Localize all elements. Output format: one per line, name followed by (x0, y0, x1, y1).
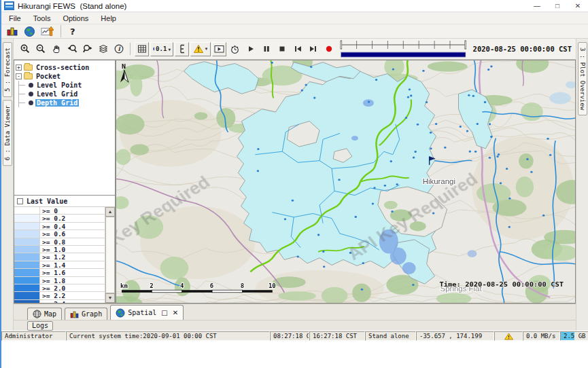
legend-label: >= 0.8 (40, 238, 105, 245)
tree-item-label-selected[interactable]: Depth Grid (35, 99, 79, 107)
status-user: Administrator (1, 331, 66, 341)
scale-button[interactable] (175, 42, 189, 56)
legend-row[interactable]: >= 1.0 (14, 246, 105, 253)
legend-row[interactable]: >= 1.6 (14, 269, 105, 276)
time-slider[interactable] (340, 39, 467, 58)
pan-button[interactable] (49, 42, 63, 56)
legend-label: >= 1.6 (40, 269, 105, 276)
panel-close-icon[interactable]: ✕ (173, 309, 178, 316)
tree-item-pocket[interactable]: - Pocket (16, 72, 114, 81)
layers-button[interactable] (96, 42, 110, 56)
close-button[interactable]: ✕ (568, 0, 588, 12)
warning-triangle-icon: ! (193, 43, 205, 54)
scroll-up-icon[interactable]: ▲ (105, 207, 115, 217)
menu-file[interactable]: File (3, 14, 27, 22)
record-button[interactable] (322, 42, 336, 56)
skip-end-icon (309, 44, 318, 54)
legend-label: >= 2.0 (40, 284, 105, 291)
play-button[interactable] (243, 42, 258, 56)
timer-button[interactable] (228, 42, 242, 56)
zoom-previous-button[interactable] (65, 42, 79, 56)
info-button[interactable]: i (111, 42, 126, 56)
legend-row[interactable]: >= 1.2 (14, 253, 105, 261)
maximize-button[interactable]: □ (547, 0, 568, 12)
bullet-icon (29, 83, 33, 88)
toolbar-separator (60, 25, 61, 37)
zoom-out-icon (35, 43, 46, 54)
tree-item-label[interactable]: Level Grid (35, 90, 79, 98)
sidebar-tab-data-viewer[interactable]: 6 : Data Viewer (3, 100, 12, 166)
legend-row[interactable]: >= 2.4 (14, 300, 105, 303)
legend-swatch (14, 261, 40, 268)
legend-swatch (14, 215, 40, 221)
tree-item-level-point[interactable]: Level Point (16, 81, 114, 90)
scroll-down-icon[interactable]: ▼ (105, 293, 115, 303)
legend-row[interactable]: >= 2.2 (14, 292, 105, 299)
legend-row[interactable]: >= 0.2 (14, 215, 105, 222)
pause-button[interactable] (259, 42, 273, 56)
help-button[interactable]: ? (67, 26, 78, 37)
animation-button[interactable] (212, 42, 226, 56)
grid-display-button[interactable] (135, 42, 149, 56)
status-warning-cell[interactable] (494, 331, 523, 341)
skip-to-end-button[interactable] (306, 42, 320, 56)
threshold-value-label: 0.1 (156, 45, 167, 52)
panel-restore-icon[interactable]: □ (161, 309, 167, 316)
spatial-display-button[interactable] (22, 24, 37, 39)
menu-options[interactable]: Options (56, 14, 94, 22)
tab-spatial[interactable]: Spatial □ ✕ (110, 305, 184, 320)
logs-button[interactable]: Logs (27, 321, 53, 331)
tree-item-depth-grid[interactable]: Depth Grid (16, 98, 114, 107)
tree-item-label[interactable]: Cross-section (35, 64, 90, 71)
legend-row[interactable]: >= 0.8 (14, 238, 105, 246)
record-icon (324, 44, 334, 54)
scale-ruler-icon (177, 43, 187, 54)
legend-panel: Last Value >= 0>= 0.2>= 0.4>= 0.6>= 0.8>… (14, 196, 116, 303)
menu-tools[interactable]: Tools (27, 14, 57, 22)
legend-row[interactable]: >= 1.8 (14, 277, 105, 284)
tab-graph[interactable]: Graph (65, 308, 107, 320)
zoom-out-button[interactable] (33, 42, 48, 56)
database-button[interactable] (5, 24, 19, 39)
legend-scrollbar[interactable]: ▲ ▼ (105, 207, 115, 303)
legend-label: >= 1.0 (40, 246, 105, 253)
tab-map[interactable]: Map (27, 308, 62, 320)
tree-item-label[interactable]: Level Point (35, 81, 83, 89)
scale-unit-label: km (120, 282, 128, 289)
sidebar-tab-plot-overview[interactable]: 3 : Plot Overview (578, 42, 587, 115)
last-value-checkbox[interactable] (17, 198, 23, 204)
north-label: N (122, 62, 126, 69)
scrollbar-thumb[interactable] (105, 217, 115, 293)
tree-item-label[interactable]: Pocket (35, 73, 62, 80)
legend-label: >= 2.2 (40, 292, 105, 299)
status-local-time: 16:27:18 CST (309, 331, 365, 341)
tree-item-cross-section[interactable]: + Cross-section (16, 63, 114, 72)
tab-graph-label: Graph (82, 310, 102, 318)
collapse-icon[interactable]: - (16, 73, 22, 79)
stop-button[interactable] (275, 42, 289, 56)
timeseries-display-button[interactable] (40, 24, 54, 39)
title-bar: Hikurangi FEWS (Stand alone) — □ ✕ (1, 0, 588, 12)
expand-icon[interactable]: + (16, 65, 22, 71)
tree-item-level-grid[interactable]: Level Grid (16, 90, 114, 98)
minimize-button[interactable]: — (527, 0, 547, 12)
map-view[interactable]: API Key Required API Key Required Hikura… (116, 60, 576, 303)
legend-row[interactable]: >= 1.4 (14, 261, 105, 269)
sidebar-tab-forecast[interactable]: 5 : Forecast (3, 42, 12, 97)
zoom-next-button[interactable] (80, 42, 94, 56)
legend-label: >= 0 (40, 207, 105, 214)
warning-filter-button[interactable]: ! ▼ (190, 42, 211, 56)
zoom-in-button[interactable] (18, 42, 32, 56)
legend-swatch (14, 277, 40, 284)
right-tab-strip: 3 : Plot Overview (576, 39, 588, 331)
legend-row[interactable]: >= 0.4 (14, 223, 105, 230)
skip-to-start-button[interactable] (290, 42, 305, 56)
menu-help[interactable]: Help (94, 14, 122, 22)
legend-row[interactable]: >= 2.0 (14, 284, 105, 292)
info-icon: i (114, 43, 124, 54)
legend-row[interactable]: >= 0 (14, 207, 105, 215)
status-memory[interactable]: 2.5 GB (560, 331, 588, 341)
threshold-value-button[interactable]: 0.1 ▼ (150, 42, 173, 56)
legend-row[interactable]: >= 0.6 (14, 230, 105, 238)
legend-label: >= 0.6 (40, 230, 105, 237)
